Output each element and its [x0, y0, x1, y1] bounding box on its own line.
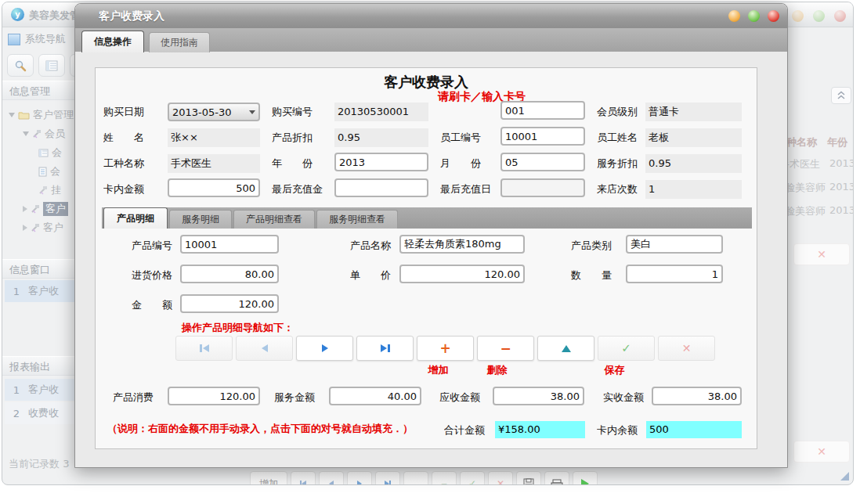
tab-service-detail-view[interactable]: 服务明细查看: [316, 210, 398, 229]
employee-name-value: 老板: [645, 128, 742, 147]
cancel-button[interactable]: ✕: [488, 471, 513, 485]
minimize-button[interactable]: [792, 10, 804, 22]
run-button[interactable]: [573, 471, 598, 485]
nav-save-button[interactable]: ✓: [598, 336, 655, 361]
tab-product-detail[interactable]: 产品明细: [103, 207, 168, 229]
search-icon: [14, 59, 27, 72]
tool-icon: [31, 223, 40, 232]
card-number-input[interactable]: [500, 101, 585, 120]
card-balance-label: 卡内金额: [103, 180, 166, 199]
tab-product-detail-view[interactable]: 产品明细查看: [233, 210, 315, 229]
product-category-input[interactable]: [626, 235, 723, 254]
purchase-no-value: 20130530001: [334, 103, 428, 121]
tree-item-member-list[interactable]: 会: [2, 143, 77, 162]
edit-record-button[interactable]: [403, 471, 428, 485]
x-icon: ✕: [682, 343, 692, 354]
info-window-item-1[interactable]: 1 客户收: [5, 280, 75, 302]
product-total-input[interactable]: [168, 387, 260, 405]
member-level-value: 普通卡: [645, 103, 742, 121]
dialog-window-controls: [728, 10, 779, 22]
nav-last-button[interactable]: [356, 336, 414, 361]
year-input[interactable]: [334, 153, 428, 171]
desktop: y 美容美发管 系统导航 信息管理: [0, 0, 860, 504]
service-total-input[interactable]: [329, 387, 421, 405]
report-item-1[interactable]: 1 客户收: [5, 379, 75, 401]
system-nav-button[interactable]: 系统导航: [8, 32, 66, 46]
first-icon: [200, 344, 202, 352]
tree-item-member-tool[interactable]: 挂: [2, 181, 77, 200]
unit-price-input[interactable]: [399, 265, 525, 283]
expander-down-icon[interactable]: [9, 113, 15, 117]
product-id-input[interactable]: [180, 235, 279, 254]
last-recharge-date-input[interactable]: [500, 178, 585, 197]
tool-icon: [31, 204, 40, 214]
service-discount-value: 0.95: [645, 154, 742, 173]
received-input[interactable]: [652, 387, 742, 405]
close-button[interactable]: [834, 10, 846, 22]
close-button[interactable]: [768, 10, 779, 22]
floppy-icon: [523, 478, 534, 485]
refresh-record-button[interactable]: ‒: [432, 471, 457, 485]
year-label: 年 份: [272, 154, 333, 173]
purchase-price-input[interactable]: [180, 265, 279, 283]
expander-down-icon[interactable]: [23, 131, 29, 136]
tab-service-detail[interactable]: 服务明细: [169, 210, 232, 229]
print-button[interactable]: [544, 471, 569, 485]
section-info-management[interactable]: 信息管理: [2, 81, 77, 100]
unit-price-label: 单 价: [350, 266, 397, 285]
add-record-button[interactable]: 增加: [250, 471, 287, 485]
month-input[interactable]: [500, 153, 585, 171]
report-item-2[interactable]: 2 收费收: [5, 402, 75, 424]
purchase-no-label: 购买编号: [272, 103, 333, 121]
tab-user-guide[interactable]: 使用指南: [149, 32, 210, 52]
tree-item-customer-2[interactable]: 客户: [2, 218, 77, 237]
grand-total-value: ¥158.00: [495, 421, 585, 438]
nav-delete-button[interactable]: −: [477, 336, 534, 361]
section-report-output[interactable]: 报表输出: [2, 356, 77, 376]
minimize-button[interactable]: [728, 10, 740, 22]
tree-item-customer-selected[interactable]: 客户: [2, 200, 77, 218]
expander-right-icon[interactable]: [23, 225, 27, 231]
bg-cancel-button[interactable]: ✕: [793, 243, 850, 265]
next-record-button[interactable]: [347, 471, 372, 485]
nav-prev-button[interactable]: [236, 336, 293, 361]
product-discount-label: 产品折扣: [272, 128, 333, 147]
confirm-button[interactable]: ✓: [460, 471, 485, 485]
purchase-date-combo[interactable]: 2013-05-30: [168, 103, 260, 121]
product-category-label: 产品类别: [571, 236, 618, 255]
section-info-window[interactable]: 信息窗口: [2, 259, 77, 279]
nav-edit-button[interactable]: [537, 336, 594, 361]
bg-cancel-button-2[interactable]: ✕: [793, 441, 850, 463]
tree-item-member-doc[interactable]: 会: [2, 162, 77, 181]
last-recharge-amount-input[interactable]: [334, 178, 428, 197]
quantity-input[interactable]: [626, 265, 723, 283]
first-record-button[interactable]: [291, 471, 316, 485]
nav-next-button[interactable]: [296, 336, 353, 361]
nav-add-button[interactable]: +: [417, 336, 474, 361]
receivable-input[interactable]: [493, 387, 584, 405]
maximize-button[interactable]: [748, 10, 760, 22]
tab-info-operation[interactable]: 信息操作: [81, 31, 144, 52]
amount-input[interactable]: [180, 294, 279, 313]
tool-icon: [38, 185, 48, 195]
plus-icon: +: [439, 342, 450, 355]
prev-record-button[interactable]: [319, 471, 344, 485]
tree-item-customer-mgmt[interactable]: 客户管理: [2, 106, 77, 124]
nav-cancel-button[interactable]: ✕: [658, 336, 715, 361]
last-record-button[interactable]: [375, 471, 400, 485]
main-window-controls: [792, 10, 846, 22]
resize-grip[interactable]: [840, 472, 849, 481]
tree-item-member[interactable]: 会员: [2, 124, 77, 143]
nav-first-button[interactable]: [175, 336, 233, 361]
search-button[interactable]: [7, 54, 34, 77]
dialog-titlebar[interactable]: [75, 4, 787, 29]
last-recharge-amount-label: 最后充值金: [272, 180, 333, 199]
collapse-panel-button[interactable]: [831, 87, 851, 104]
save-file-button[interactable]: [516, 471, 541, 485]
employee-id-input[interactable]: [500, 127, 585, 146]
card-balance-input[interactable]: [168, 178, 260, 197]
expander-right-icon[interactable]: [23, 206, 27, 212]
list-view-button[interactable]: [38, 54, 65, 77]
maximize-button[interactable]: [813, 10, 825, 22]
product-name-input[interactable]: [399, 235, 525, 254]
